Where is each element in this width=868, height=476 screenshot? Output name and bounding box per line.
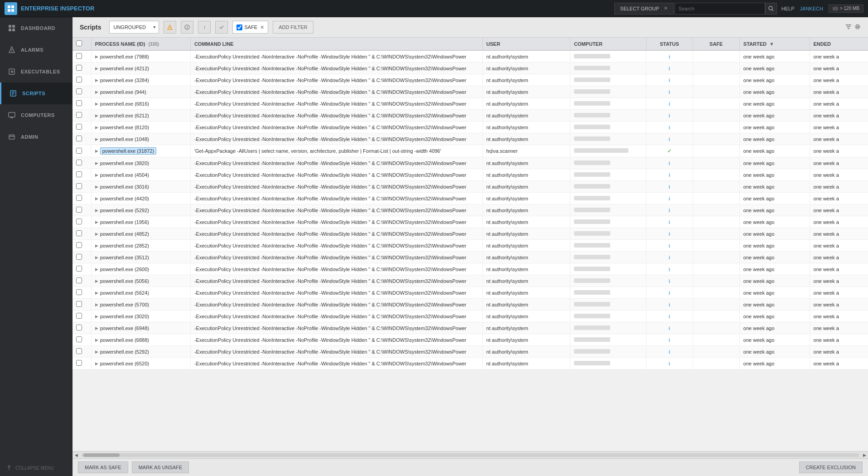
scroll-thumb[interactable] (83, 453, 120, 457)
row-checkbox[interactable] (76, 254, 82, 260)
sidebar-item-scripts[interactable]: SCRIPTS (0, 83, 72, 104)
status-cell[interactable]: i (646, 358, 693, 369)
row-checkbox-cell[interactable] (72, 86, 91, 98)
status-cell[interactable]: i (646, 311, 693, 322)
status-info-icon[interactable]: i (669, 196, 670, 201)
row-checkbox[interactable] (76, 348, 82, 354)
user-label[interactable]: JANKECH (800, 6, 823, 11)
row-checkbox-cell[interactable] (72, 50, 91, 63)
status-cell[interactable]: i (646, 322, 693, 334)
row-checkbox[interactable] (76, 77, 82, 83)
row-checkbox[interactable] (76, 100, 82, 106)
row-checkbox-cell[interactable] (72, 275, 91, 287)
status-cell[interactable]: i (646, 228, 693, 240)
status-cell[interactable]: ✓ (646, 145, 693, 157)
row-checkbox-cell[interactable] (72, 240, 91, 252)
status-cell[interactable]: i (646, 110, 693, 121)
row-checkbox[interactable] (76, 160, 82, 165)
status-info-icon[interactable]: i (669, 89, 670, 95)
mark-safe-button[interactable]: MARK AS SAFE (78, 461, 128, 473)
header-started[interactable]: STARTED ▼ (739, 38, 810, 50)
row-checkbox[interactable] (76, 136, 82, 141)
search-button[interactable] (765, 3, 777, 15)
status-cell[interactable]: i (646, 334, 693, 346)
status-info-icon[interactable]: i (669, 290, 670, 296)
info-filter-button[interactable] (181, 21, 193, 34)
row-checkbox-cell[interactable] (72, 334, 91, 346)
status-info-icon[interactable]: i (669, 184, 670, 189)
status-cell[interactable]: i (646, 74, 693, 86)
status-info-icon[interactable]: i (669, 78, 670, 83)
status-info-icon[interactable]: i (669, 255, 670, 260)
safe-filter-btn[interactable]: SAFE ✕ (232, 21, 268, 34)
row-checkbox[interactable] (76, 289, 82, 295)
status-cell[interactable]: i (646, 86, 693, 98)
row-checkbox-cell[interactable] (72, 74, 91, 86)
status-cell[interactable]: i (646, 181, 693, 193)
sidebar-item-admin[interactable]: ADMIN (0, 126, 72, 148)
header-check[interactable] (72, 38, 91, 50)
header-process[interactable]: PROCESS NAME (ID) (330) (91, 38, 190, 50)
status-cell[interactable]: i (646, 133, 693, 145)
group-filter-select[interactable]: UNGROUPED ALL GROUPED (109, 21, 159, 34)
status-cell[interactable]: i (646, 299, 693, 311)
select-all-checkbox[interactable] (76, 40, 82, 46)
header-status[interactable]: STATUS (646, 38, 693, 50)
row-checkbox[interactable] (76, 53, 82, 59)
status-info-icon[interactable]: i (669, 66, 670, 71)
status-info-icon[interactable]: i (669, 337, 670, 343)
row-checkbox-cell[interactable] (72, 216, 91, 228)
status-cell[interactable]: i (646, 50, 693, 63)
row-checkbox-cell[interactable] (72, 358, 91, 369)
row-checkbox-cell[interactable] (72, 181, 91, 193)
status-info-icon[interactable]: i (669, 125, 670, 130)
row-checkbox[interactable] (76, 313, 82, 319)
row-checkbox[interactable] (76, 242, 82, 248)
row-checkbox-cell[interactable] (72, 263, 91, 275)
header-user[interactable]: USER (482, 38, 570, 50)
check-filter-button[interactable] (215, 21, 228, 34)
select-group-button[interactable]: SELECT GROUP ✕ (614, 3, 674, 15)
header-computer[interactable]: COMPUTER (570, 38, 646, 50)
row-checkbox-cell[interactable] (72, 169, 91, 181)
table-container[interactable]: PROCESS NAME (ID) (330) COMMAND LINE USE… (72, 38, 868, 451)
status-cell[interactable]: i (646, 275, 693, 287)
row-checkbox[interactable] (76, 230, 82, 236)
status-info-icon[interactable]: i (669, 219, 670, 225)
row-checkbox[interactable] (76, 336, 82, 342)
select-group-close-icon[interactable]: ✕ (664, 5, 668, 11)
row-checkbox[interactable] (76, 112, 82, 118)
row-checkbox-cell[interactable] (72, 157, 91, 169)
status-cell[interactable]: i (646, 263, 693, 275)
status-cell[interactable]: i (646, 63, 693, 74)
status-info-icon[interactable]: i (669, 325, 670, 331)
row-checkbox[interactable] (76, 171, 82, 177)
status-info-icon[interactable]: i (669, 267, 670, 272)
row-checkbox[interactable] (76, 219, 82, 224)
status-cell[interactable]: i (646, 216, 693, 228)
status-info-icon[interactable]: i (669, 172, 670, 178)
status-info-icon[interactable]: i (669, 243, 670, 248)
status-info-icon[interactable]: i (669, 314, 670, 319)
status-cell[interactable]: i (646, 98, 693, 110)
add-filter-button[interactable]: ADD FILTER (273, 21, 313, 34)
settings-icon-button[interactable] (854, 24, 861, 31)
row-checkbox-cell[interactable] (72, 228, 91, 240)
collapse-menu-button[interactable]: COLLAPSE MENU (0, 460, 72, 476)
row-checkbox[interactable] (76, 88, 82, 94)
search-input[interactable] (675, 3, 765, 15)
row-checkbox[interactable] (76, 266, 82, 272)
row-checkbox-cell[interactable] (72, 121, 91, 133)
status-info-icon[interactable]: i (669, 160, 670, 166)
row-checkbox[interactable] (76, 195, 82, 201)
i-filter-button[interactable]: i (198, 21, 211, 34)
row-checkbox[interactable] (76, 124, 82, 130)
safe-filter-close[interactable]: ✕ (260, 24, 264, 30)
row-checkbox-cell[interactable] (72, 193, 91, 204)
header-cmdline[interactable]: COMMAND LINE (190, 38, 482, 50)
status-info-icon[interactable]: i (669, 113, 670, 118)
status-info-icon[interactable]: i (669, 349, 670, 355)
row-checkbox-cell[interactable] (72, 252, 91, 263)
status-info-icon[interactable]: i (669, 136, 670, 142)
row-checkbox-cell[interactable] (72, 63, 91, 74)
